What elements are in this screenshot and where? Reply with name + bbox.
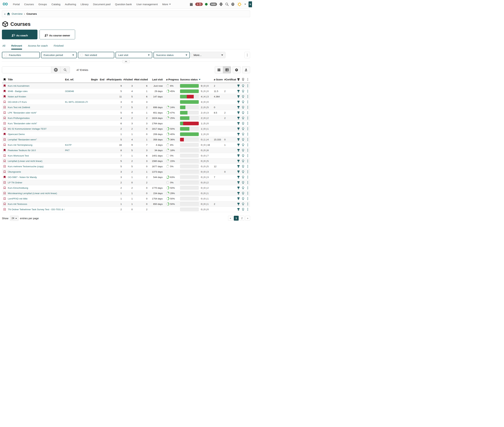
hints-lightbulb-icon[interactable] [241,144,245,146]
search-icon[interactable] [225,2,229,6]
column-header-title[interactable]: Title [7,78,64,81]
badges-trophy-icon[interactable] [236,127,241,130]
back-chevron-icon[interactable]: ‹ [4,12,5,15]
row-menu-button[interactable] [245,160,250,162]
badges-trophy-icon[interactable] [236,160,241,162]
course-title-link[interactable]: Kurs Wortcount Test [7,154,64,157]
bookmark-icon-filled[interactable] [2,149,7,152]
badges-trophy-icon[interactable] [236,90,241,92]
bookmark-icon-outline[interactable] [2,203,7,205]
bookmark-icon-outline[interactable] [2,122,7,125]
menu-item-portal[interactable]: Portal [13,3,20,6]
course-title-link[interactable]: Kurs mit Testsssss [7,203,64,205]
badges-trophy-icon[interactable] [236,84,241,87]
hints-lightbulb-icon[interactable] [241,170,245,173]
column-header-not-visited[interactable]: #Not visited [133,78,148,81]
badges-trophy-icon[interactable] [236,117,241,119]
row-menu-button[interactable] [245,154,250,157]
row-menu-button[interactable] [245,106,250,109]
row-menu-button[interactable] [245,197,250,200]
bookmark-icon-outline[interactable] [2,106,7,109]
filter-more[interactable]: More... [191,52,225,58]
hints-lightbulb-icon[interactable] [241,160,245,163]
bookmark-icon-outline[interactable] [2,208,7,211]
calendar-icon[interactable] [190,3,193,6]
hints-lightbulb-icon[interactable] [241,133,245,136]
filter-not-visited[interactable]: Not visited [78,52,114,58]
row-menu-button[interactable] [245,181,250,184]
row-menu-button[interactable] [245,133,250,136]
column-header-badges[interactable] [236,78,241,81]
course-title-link[interactable]: Lernpfad (Linear und nicht linear) [7,160,64,162]
column-header-hints[interactable] [241,78,245,81]
row-menu-button[interactable] [245,117,250,119]
menu-item-question-bank[interactable]: Question bank [115,3,132,6]
course-title-link[interactable]: Kurs Prüfungsmodus [7,117,64,119]
hints-lightbulb-icon[interactable] [241,84,245,87]
table-settings-button[interactable] [233,66,240,73]
hints-lightbulb-icon[interactable] [241,208,245,211]
badges-trophy-icon[interactable] [236,176,241,178]
menu-item-more[interactable]: More [162,3,171,6]
column-header-ext-ref[interactable]: Ext. ref. [64,78,90,81]
menu-item-library[interactable]: Library [81,3,89,6]
quota-badge[interactable]: 0/20 [210,3,217,6]
page-size-select[interactable]: 24 [10,216,19,221]
print-icon[interactable] [219,2,223,6]
row-menu-button[interactable] [245,122,250,125]
collapse-filters-button[interactable] [123,60,130,63]
row-menu-button[interactable] [245,203,250,205]
submit-search-button[interactable] [60,67,70,73]
bookmark-icon-outline[interactable] [2,160,7,162]
course-title-link[interactable]: Übungsserie [7,170,64,173]
menu-item-catalog[interactable]: Catalog [52,3,61,6]
online-status-indicator[interactable] [205,3,208,6]
hints-lightbulb-icon[interactable] [241,100,245,103]
hints-lightbulb-icon[interactable] [241,95,245,98]
column-header-end[interactable]: End [98,78,105,81]
download-button[interactable] [242,66,250,73]
bookmark-icon-outline[interactable] [2,127,7,130]
bookmark-icon-outline[interactable] [2,170,7,173]
column-header-progress[interactable]: ø Progress [163,78,179,81]
favourites-checkbox[interactable] [5,54,7,56]
course-title-link[interactable]: Microlearning Lernpfad (Linear und nicht… [7,192,64,195]
row-menu-button[interactable] [245,100,250,103]
bookmark-icon-outline[interactable] [2,100,7,103]
row-menu-button[interactable] [245,144,250,146]
row-menu-button[interactable] [245,90,250,92]
bookmark-icon-filled[interactable] [2,133,7,136]
column-header-last-visit[interactable]: Last visit [148,78,163,81]
course-title-link[interactable]: 8046 - Badge rules [7,90,64,92]
column-header-success-status[interactable]: Success status [179,78,213,81]
course-title-link[interactable]: Kurs Einschreibung [7,187,64,189]
as-course-owner-button[interactable]: As course owner [39,30,75,39]
bookmark-icon-filled[interactable] [2,176,7,178]
menu-item-courses[interactable]: Courses [24,3,34,6]
filter-options-button[interactable] [244,52,250,58]
page-button-1[interactable]: 1 [234,216,239,221]
course-title-link[interactable]: Lernpfad "Bestanden wenn" [7,138,64,141]
badges-trophy-icon[interactable] [236,106,241,109]
filter-favourites[interactable]: Favourites [2,52,40,58]
row-menu-button[interactable] [245,176,250,178]
row-menu-button[interactable] [245,170,250,173]
hints-lightbulb-icon[interactable] [241,154,245,157]
hints-lightbulb-icon[interactable] [241,181,245,184]
badges-trophy-icon[interactable] [236,111,241,114]
badges-trophy-icon[interactable] [236,100,241,103]
row-menu-button[interactable] [245,149,250,152]
badges-trophy-icon[interactable] [236,122,241,125]
badges-trophy-icon[interactable] [236,138,241,141]
course-title-link[interactable]: Peekview Testkurs für 16.0 [7,149,64,152]
hints-lightbulb-icon[interactable] [241,111,245,114]
course-title-link[interactable]: M1 02 Kommunizieren Vorlage-TEST [7,128,64,130]
row-menu-button[interactable] [245,111,250,114]
menu-item-user-management[interactable]: User management [136,3,158,6]
bookmark-icon-outline[interactable] [2,165,7,168]
table-header-menu[interactable] [245,78,250,81]
badges-trophy-icon[interactable] [236,186,241,189]
card-view-button[interactable] [215,66,223,73]
row-menu-button[interactable] [245,208,250,211]
bookmark-icon-outline[interactable] [2,111,7,114]
